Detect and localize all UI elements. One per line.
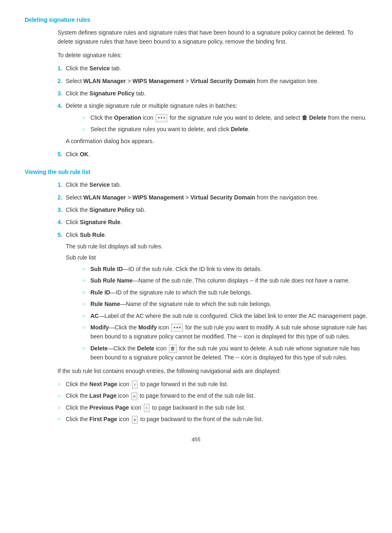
sub-rule-name-item: Sub Rule Name—Name of the sub rule. This… xyxy=(82,276,367,285)
sub-rule-name-label: Sub Rule Name xyxy=(90,277,133,284)
virtual-security-domain-label: Virtual Security Domain xyxy=(190,78,255,84)
view-step-4: 4. Click Signature Rule. xyxy=(58,218,367,227)
view-signature-policy-tab-label: Signature Policy xyxy=(90,206,135,213)
service-tab-label: Service xyxy=(90,65,110,72)
viewing-sub-rule-list-heading: Viewing the sub rule list xyxy=(25,169,367,175)
page-number: 455 xyxy=(25,436,367,443)
ok-button-label: OK xyxy=(80,151,88,158)
sub-rule-list-bullets: Sub Rule ID—ID of the sub rule. Click th… xyxy=(82,264,367,362)
modify-label: Modify xyxy=(90,324,109,331)
view-step-2: 2. Select WLAN Manager > WIPS Management… xyxy=(58,193,367,202)
delete-item: Delete—Click the Delete icon 🗑 for the s… xyxy=(82,344,367,362)
delete-step-4: 4. Delete a single signature rule or mul… xyxy=(58,101,367,146)
view-virtual-security-domain-label: Virtual Security Domain xyxy=(190,194,255,201)
confirmation-note: A confirmation dialog box appears. xyxy=(66,137,367,146)
last-page-icon: » xyxy=(131,392,137,401)
sub-rule-note2: Sub rule list xyxy=(66,253,367,262)
deleting-signature-rules-section: Deleting signature rules System defines … xyxy=(25,16,367,159)
delete-step-4-bullets: Click the Operation icon ••• for the sig… xyxy=(82,113,367,134)
last-page-item: Click the Last Page icon » to page forwa… xyxy=(58,391,367,400)
deleting-signature-rules-heading: Deleting signature rules xyxy=(25,16,367,23)
operation-icon-label: Operation xyxy=(114,114,141,121)
rule-name-label: Rule Name xyxy=(90,301,120,307)
view-wlan-manager-label: WLAN Manager xyxy=(83,194,126,201)
view-wips-management-label: WIPS Management xyxy=(132,194,184,201)
modify-icon-label: Modify xyxy=(138,324,157,331)
viewing-sub-rule-list-section: Viewing the sub rule list 1. Click the S… xyxy=(25,169,367,424)
delete-step-2: 2. Select WLAN Manager > WIPS Management… xyxy=(58,76,367,86)
deleting-intro2-text: To delete signature rules: xyxy=(58,51,367,60)
deleting-steps-list: 1. Click the Service tab. 2. Select WLAN… xyxy=(58,64,367,159)
next-page-icon: › xyxy=(132,380,138,389)
delete-menu-item: 🗑 Delete xyxy=(302,114,326,121)
modify-icon: ••• xyxy=(171,324,183,332)
delete-icon-label: Delete xyxy=(137,345,154,352)
signature-policy-tab-label: Signature Policy xyxy=(90,90,135,97)
wips-management-label: WIPS Management xyxy=(132,78,184,84)
view-step-1: 1. Click the Service tab. xyxy=(58,180,367,189)
ac-label: AC xyxy=(90,313,99,319)
delete-step-1: 1. Click the Service tab. xyxy=(58,64,367,73)
last-page-label: Last Page xyxy=(90,392,117,399)
sub-rule-label: Sub Rule xyxy=(80,232,105,238)
rule-name-item: Rule Name—Name of the signature rule to … xyxy=(82,299,367,308)
nav-intro-text: If the sub rule list contains enough ent… xyxy=(58,366,367,375)
delete-button-label: Delete xyxy=(231,126,248,132)
operation-icon: ••• xyxy=(156,114,167,122)
nav-bullets-list: Click the Next Page icon › to page forwa… xyxy=(58,380,367,424)
wlan-manager-label: WLAN Manager xyxy=(83,78,126,84)
ac-item: AC—Label of the AC where the sub rule is… xyxy=(82,311,367,320)
view-step-5: 5. Click Sub Rule. The sub rule list dis… xyxy=(58,230,367,362)
rule-id-label: Rule ID xyxy=(90,289,110,296)
sub-rule-id-item: Sub Rule ID—ID of the sub rule. Click th… xyxy=(82,264,367,273)
next-page-item: Click the Next Page icon › to page forwa… xyxy=(58,380,367,389)
delete-icon: 🗑 xyxy=(169,345,177,353)
previous-page-label: Previous Page xyxy=(90,404,129,411)
rule-id-item: Rule ID—ID of the signature rule to whic… xyxy=(82,288,367,297)
view-step-3: 3. Click the Signature Policy tab. xyxy=(58,205,367,214)
first-page-item: Click the First Page icon « to page back… xyxy=(58,415,367,424)
sub-rule-id-label: Sub Rule ID xyxy=(90,266,123,272)
delete-step-5: 5. Click OK. xyxy=(58,150,367,159)
previous-page-icon: ‹ xyxy=(144,404,150,412)
first-page-label: First Page xyxy=(90,416,118,422)
delete-bullet-1: Click the Operation icon ••• for the sig… xyxy=(82,113,367,122)
viewing-steps-list: 1. Click the Service tab. 2. Select WLAN… xyxy=(58,180,367,362)
delete-bullet-2: Select the signature rules you want to d… xyxy=(82,125,367,134)
delete-step-3: 3. Click the Signature Policy tab. xyxy=(58,89,367,98)
deleting-intro-text: System defines signature rules and signa… xyxy=(58,28,367,46)
sub-rule-note1: The sub rule list displays all sub rules… xyxy=(66,242,367,251)
modify-item: Modify—Click the Modify icon ••• for the… xyxy=(82,323,367,341)
first-page-icon: « xyxy=(132,416,138,424)
delete-col-label: Delete xyxy=(90,345,108,352)
previous-page-item: Click the Previous Page icon ‹ to page b… xyxy=(58,403,367,412)
next-page-label: Next Page xyxy=(90,381,118,387)
view-service-tab-label: Service xyxy=(90,181,110,188)
signature-rule-label: Signature Rule xyxy=(80,219,120,225)
